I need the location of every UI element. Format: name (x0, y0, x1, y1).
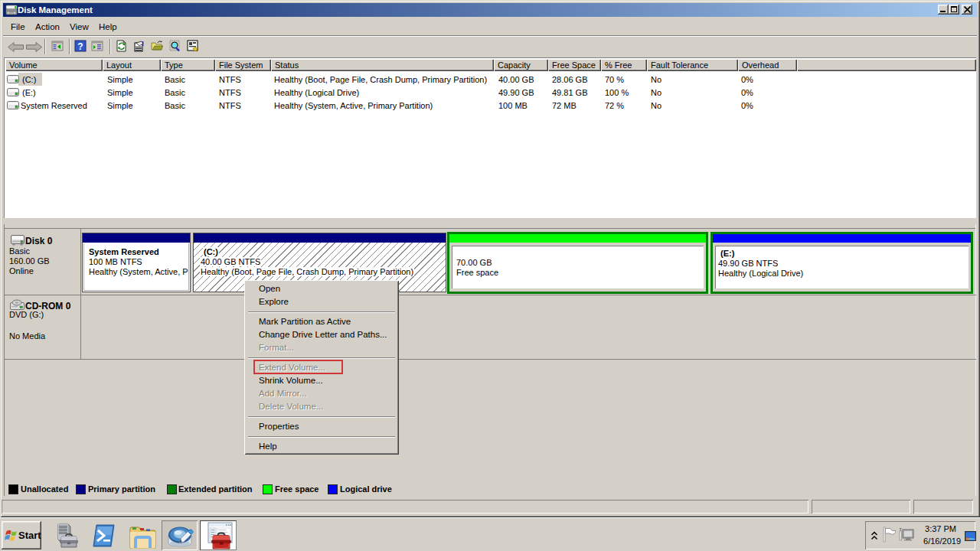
svg-text:?: ? (77, 41, 83, 52)
